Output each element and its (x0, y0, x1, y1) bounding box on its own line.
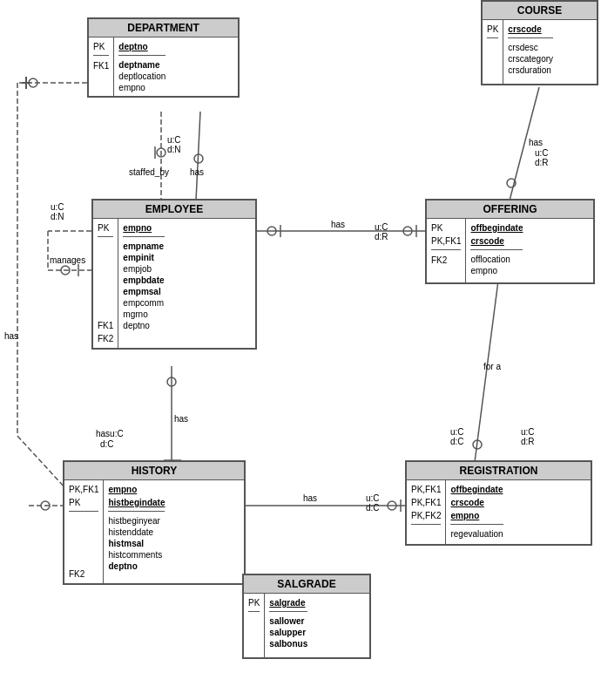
label-has-left: has (4, 331, 18, 341)
svg-point-19 (267, 227, 276, 235)
label-hasu-uc: hasu:C (96, 429, 124, 438)
entity-salgrade-title: SALGRADE (244, 575, 369, 594)
svg-point-4 (194, 154, 203, 163)
label-uc-dc-off-reg: u:Cd:C (450, 427, 464, 446)
label-uc-dn-dept: u:Cd:N (167, 135, 181, 154)
entity-history: HISTORY PK,FK1 PK FK2 empno histbeg (63, 460, 246, 585)
dept-pk-row: PK (93, 40, 109, 53)
entity-employee: EMPLOYEE PK FK1 FK2 empno (91, 199, 257, 350)
svg-point-35 (41, 501, 50, 510)
entity-offering: OFFERING PK PK,FK1 FK2 offbegindate crsc… (425, 199, 595, 284)
svg-point-26 (473, 440, 482, 449)
entity-registration: REGISTRATION PK,FK1 PK,FK1 PK,FK2 offbeg… (405, 460, 592, 546)
svg-point-8 (61, 266, 70, 275)
entity-course: COURSE PK crscode crsdesc crscategory cr… (481, 0, 598, 85)
label-manages: manages (50, 255, 85, 265)
label-has-course-offering: has (529, 138, 543, 147)
entity-department-title: DEPARTMENT (89, 19, 238, 37)
label-has-dept: has (190, 167, 204, 177)
label-staffed-by: staffed_by (129, 167, 169, 177)
label-for-a: for a (483, 362, 501, 371)
entity-salgrade: SALGRADE PK salgrade sallower salupper s… (242, 574, 371, 659)
label-uc-dc-hist-reg: u:Cd:C (366, 493, 380, 513)
svg-line-12 (17, 436, 65, 488)
svg-point-2 (157, 148, 165, 157)
label-uc-dr-course: u:Cd:R (535, 148, 549, 167)
entity-offering-title: OFFERING (427, 200, 593, 219)
label-uc-dr-off-reg: u:Cd:R (521, 427, 535, 446)
svg-point-13 (29, 78, 37, 87)
label-uc-dr-offering: u:Cd:R (375, 222, 388, 241)
label-hasd-dc: d:C (100, 439, 114, 449)
entity-course-title: COURSE (483, 2, 597, 20)
svg-point-32 (388, 501, 396, 510)
svg-line-23 (475, 281, 498, 462)
label-uc-dn-emp-left: u:Cd:N (51, 202, 64, 221)
entity-employee-title: EMPLOYEE (93, 200, 255, 219)
svg-point-22 (507, 179, 516, 187)
svg-point-17 (403, 227, 412, 235)
entity-department: DEPARTMENT PK FK1 deptno deptname deptlo… (87, 17, 240, 98)
erd-diagram: DEPARTMENT PK FK1 deptno deptname deptlo… (0, 0, 601, 700)
svg-point-30 (167, 377, 176, 386)
entity-history-title: HISTORY (64, 462, 244, 480)
entity-registration-title: REGISTRATION (407, 462, 591, 480)
label-has-emp-hist: has (174, 414, 188, 424)
label-has-hist-reg: has (303, 493, 317, 503)
svg-line-1 (196, 112, 200, 200)
label-has-emp-offering: has (331, 220, 345, 229)
